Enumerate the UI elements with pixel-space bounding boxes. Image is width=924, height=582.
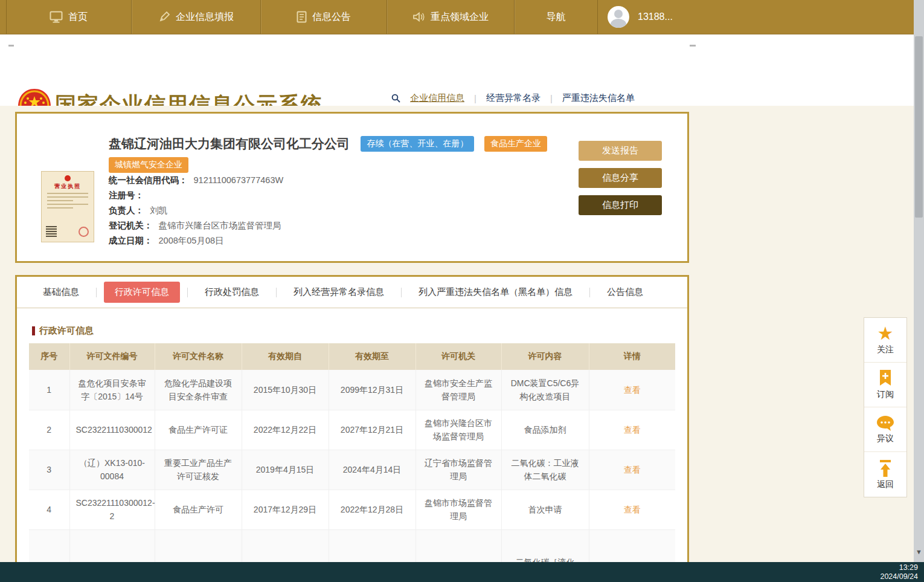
license-text-line (47, 207, 73, 209)
view-detail-link[interactable]: 查看 (624, 505, 641, 514)
site-header: 国家企业信用信息公示系统 National Enterprise Credit … (0, 34, 914, 106)
table-cell: 3 (29, 450, 69, 490)
widget-label: 关注 (877, 344, 894, 355)
search-category-tabs: 企业信用信息 | 经营异常名录 | 严重违法失信名单 (391, 92, 638, 104)
info-share-button[interactable]: 信息分享 (579, 168, 662, 188)
widget-label: 返回 (877, 479, 894, 490)
speaker-icon (412, 11, 425, 23)
table-cell: DMC装置C5/C6异构化改造项目 (501, 370, 589, 410)
scrollbar-thumb[interactable] (915, 36, 923, 218)
send-report-button[interactable]: 发送报告 (579, 141, 662, 161)
license-text-line (47, 200, 73, 201)
table-cell: 首次申请 (501, 490, 589, 529)
table-cell: 盘锦市安全生产监督管理局 (415, 370, 501, 410)
company-info-card: 基础信息 行政许可信息 行政处罚信息 列入经营异常名录信息 列入严重违法失信名单… (15, 275, 689, 564)
field-value: 2008年05月08日 (159, 236, 224, 245)
view-detail-link[interactable]: 查看 (624, 385, 641, 395)
company-fields: 统一社会信用代码：91211100673777463W 注册号： 负责人：刘凯 … (109, 175, 283, 251)
table-cell (69, 529, 155, 564)
table-row: 3（辽）XK13-010-00084重要工业产品生产许可证核发2019年4月15… (29, 450, 675, 490)
permits-table: 序号 许可文件编号 许可文件名称 有效期自 有效期至 许可机关 许可内容 详情 … (29, 343, 675, 564)
view-detail-link[interactable]: 查看 (624, 465, 641, 474)
field-label: 登记机关： (109, 221, 153, 230)
top-navigation: 首页 企业信息填报 信息公告 重点领域企业 导航 13188... (0, 0, 914, 34)
table-cell: 盘锦市兴隆台区市场监督管理局 (415, 410, 501, 450)
search-tab-abnormal-operations[interactable]: 经营异常名录 (483, 92, 544, 104)
nav-item-announcements[interactable]: 信息公告 (261, 0, 387, 34)
bulletin-icon (297, 11, 307, 23)
search-tab-enterprise-credit[interactable]: 企业信用信息 (406, 92, 468, 104)
nav-item-guide[interactable]: 导航 (515, 0, 598, 34)
tab-abnormal-operations-list[interactable]: 列入经营异常名录信息 (284, 282, 394, 303)
nav-item-key-enterprises[interactable]: 重点领域企业 (387, 0, 515, 34)
table-cell: 食品生产许可 (155, 490, 242, 529)
column-header: 有效期至 (329, 343, 415, 370)
license-text-line (47, 196, 88, 198)
taskbar-clock[interactable]: 13:29 2024/09/24 (880, 563, 918, 581)
table-cell: 2019年4月15日 (242, 450, 329, 490)
star-icon: ★ (877, 325, 894, 343)
table-cell: 查看 (589, 490, 675, 529)
view-detail-link[interactable]: 查看 (624, 425, 641, 435)
separator: | (474, 93, 476, 103)
license-title: 营业执照 (46, 183, 89, 190)
tab-basic-info[interactable]: 基础信息 (33, 282, 89, 303)
business-license-thumbnail[interactable]: 营业执照 (41, 171, 94, 242)
table-cell: 2099年12月31日 (329, 370, 415, 410)
table-cell (589, 529, 675, 564)
tab-administrative-penalty[interactable]: 行政处罚信息 (195, 282, 269, 303)
scrollbar-down-arrow-icon[interactable]: ▼ (914, 546, 924, 558)
table-cell: 2015年10月30日 (242, 370, 329, 410)
tab-administrative-licensing[interactable]: 行政许可信息 (104, 282, 180, 303)
table-cell: （辽）XK13-010-00084 (69, 450, 155, 490)
status-badge: 存续（在营、开业、在册） (361, 136, 474, 152)
license-text-line (47, 204, 88, 205)
table-cell (242, 529, 329, 564)
table-cell: 2024年4月14日 (329, 450, 415, 490)
nav-item-home[interactable]: 首页 (6, 0, 132, 34)
separator (187, 288, 188, 297)
taskbar-time: 13:29 (880, 563, 918, 572)
search-tab-serious-violations[interactable]: 严重违法失信名单 (559, 92, 638, 104)
subscribe-button[interactable]: 订阅 (864, 363, 906, 407)
license-emblem-icon (65, 175, 71, 181)
info-print-button[interactable]: 信息打印 (579, 195, 662, 215)
field-label: 成立日期： (109, 236, 153, 245)
license-stamp-icon (79, 227, 89, 237)
table-cell: 2027年12月21日 (329, 410, 415, 450)
table-row: 4SC23221110300012-2食品生产许可2017年12月29日2022… (29, 490, 675, 529)
section-title: 行政许可信息 (32, 325, 94, 337)
follow-button[interactable]: ★ 关注 (864, 318, 906, 363)
company-tag: 城镇燃气安全企业 (109, 157, 188, 173)
license-text-line (47, 193, 88, 194)
field-value: 刘凯 (150, 205, 167, 215)
tab-announcement-info[interactable]: 公告信息 (597, 282, 653, 303)
info-tab-strip: 基础信息 行政许可信息 行政处罚信息 列入经营异常名录信息 列入严重违法失信名单… (17, 277, 687, 308)
table-cell: 2 (29, 410, 69, 450)
nav-item-label: 重点领域企业 (431, 11, 489, 24)
table-cell: 2022年12月28日 (329, 490, 415, 529)
pen-icon (158, 11, 170, 23)
table-row: 2SC23221110300012食品生产许可证2022年12月22日2027年… (29, 410, 675, 450)
table-cell: 食品生产许可证 (155, 410, 242, 450)
column-header: 详情 (589, 343, 675, 370)
user-account[interactable]: 13188... (598, 0, 673, 34)
field-label: 注册号： (109, 190, 144, 200)
field-label: 统一社会信用代码： (109, 175, 188, 185)
separator (401, 288, 402, 297)
back-to-top-button[interactable]: 返回 (864, 452, 906, 497)
tab-serious-violations-blacklist[interactable]: 列入严重违法失信名单（黑名单）信息 (409, 282, 582, 303)
table-cell: 查看 (589, 370, 675, 410)
objection-button[interactable]: 异议 (864, 407, 906, 452)
table-cell: 2017年12月29日 (242, 490, 329, 529)
field-label: 负责人： (109, 205, 144, 215)
company-tag: 食品生产企业 (484, 136, 547, 152)
table-cell: 辽宁省市场监督管理局 (415, 450, 501, 490)
nav-item-enterprise-filing[interactable]: 企业信息填报 (132, 0, 261, 34)
separator: | (550, 93, 553, 103)
collapsed-marker (8, 45, 14, 47)
field-value: 盘锦市兴隆台区市场监督管理局 (159, 221, 281, 230)
collapsed-marker (690, 45, 696, 47)
table-cell: 二氧化碳：工业液体二氧化碳 (501, 450, 589, 490)
taskbar-date: 2024/09/24 (880, 572, 918, 581)
